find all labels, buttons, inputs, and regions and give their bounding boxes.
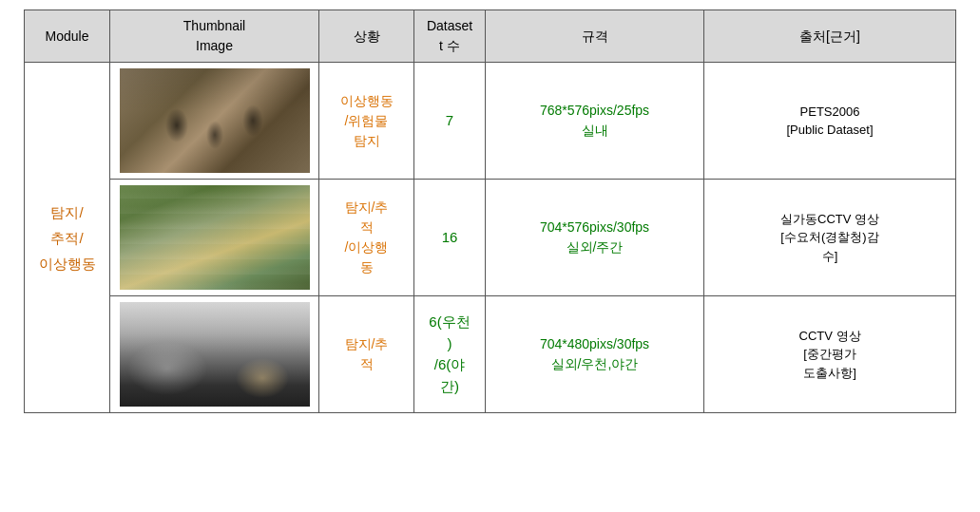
header-thumbnail: Thumbnail Image <box>110 10 319 63</box>
status-line1-r1: 이상행동 <box>340 93 394 108</box>
table-row: 탐지/추 적 /이상행 동 16 704*576pixs/30fps 실외/주간… <box>25 180 956 296</box>
table-row: 탐지/추 적 6(우천 ) /6(야 간) 704*480pixs/30fps … <box>25 296 956 413</box>
header-status: 상황 <box>319 10 414 63</box>
source-line1-r3: CCTV 영상 <box>799 329 861 343</box>
header-module: Module <box>25 10 110 63</box>
thumbnail-image-1 <box>120 68 310 173</box>
header-thumbnail-line2: Image <box>196 38 233 53</box>
status-line2-r3: 적 <box>360 356 374 371</box>
table-row: 탐지/ 추적/ 이상행동 이상행동 /위험물 탐지 7 768*576pixs/… <box>25 63 956 180</box>
source-line3-r2: 수] <box>822 249 838 263</box>
thumbnail-image-2 <box>120 185 310 290</box>
status-line3-r2: /이상행 <box>345 239 389 255</box>
module-cell: 탐지/ 추적/ 이상행동 <box>25 63 110 413</box>
source-cell-2: 실가동CCTV 영상 [수요처(경찰청)감 수] <box>704 180 956 296</box>
status-cell-2: 탐지/추 적 /이상행 동 <box>319 180 414 296</box>
source-line2-r1: [Public Dataset] <box>786 123 873 137</box>
status-line1-r3: 탐지/추 <box>345 336 389 351</box>
header-dataset: Dataset t 수 <box>414 10 486 63</box>
header-status-text: 상황 <box>354 28 380 44</box>
status-cell-3: 탐지/추 적 <box>319 296 414 413</box>
module-line3: 이상행동 <box>39 256 96 272</box>
module-line2: 추적/ <box>50 230 83 246</box>
spec-cell-2: 704*576pixs/30fps 실외/주간 <box>486 180 704 296</box>
dataset-line1-r3: 6(우천 <box>429 313 470 330</box>
dataset-cell-2: 16 <box>414 180 486 296</box>
header-source-text: 출처[근거] <box>799 28 860 44</box>
status-line1-r2: 탐지/추 <box>345 199 389 215</box>
header-dataset-line2: t 수 <box>439 38 460 53</box>
header-dataset-line1: Dataset <box>427 18 472 33</box>
header-spec: 규격 <box>486 10 704 63</box>
thumbnail-cell-2 <box>110 180 319 296</box>
source-line3-r3: 도출사항] <box>803 366 856 380</box>
dataset-cell-1: 7 <box>414 63 486 180</box>
status-cell-1: 이상행동 /위험물 탐지 <box>319 63 414 180</box>
header-module-text: Module <box>46 28 89 44</box>
spec-line1-r2: 704*576pixs/30fps <box>540 219 649 235</box>
thumbnail-cell-3 <box>110 296 319 413</box>
spec-line1-r1: 768*576pixs/25fps <box>540 103 649 118</box>
spec-line2-r1: 실내 <box>582 123 608 138</box>
thumbnail-cell-1 <box>110 63 319 180</box>
source-cell-1: PETS2006 [Public Dataset] <box>704 63 956 180</box>
source-cell-3: CCTV 영상 [중간평가 도출사항] <box>704 296 956 413</box>
dataset-line3-r3: /6(야 <box>434 356 466 372</box>
source-line1-r1: PETS2006 <box>800 104 860 119</box>
dataset-value-1: 7 <box>446 112 453 128</box>
status-line4-r2: 동 <box>360 259 374 275</box>
spec-cell-3: 704*480pixs/30fps 실외/우천,야간 <box>486 296 704 413</box>
module-line1: 탐지/ <box>50 204 83 220</box>
header-source: 출처[근거] <box>704 10 956 63</box>
dataset-line2-r3: ) <box>448 335 452 351</box>
thumbnail-image-3 <box>120 302 310 407</box>
status-line2-r2: 적 <box>360 219 374 235</box>
source-line2-r2: [수요처(경찰청)감 <box>780 230 878 244</box>
header-spec-text: 규격 <box>582 28 608 44</box>
source-line2-r3: [중간평가 <box>803 347 856 361</box>
spec-cell-1: 768*576pixs/25fps 실내 <box>486 63 704 180</box>
dataset-line4-r3: 간) <box>440 378 459 394</box>
spec-line2-r2: 실외/주간 <box>567 239 624 255</box>
spec-line1-r3: 704*480pixs/30fps <box>540 336 649 351</box>
header-thumbnail-line1: Thumbnail <box>183 18 245 33</box>
spec-line2-r3: 실외/우천,야간 <box>551 356 639 371</box>
status-line3-r1: 탐지 <box>354 133 380 148</box>
source-line1-r2: 실가동CCTV 영상 <box>780 212 879 226</box>
dataset-value-2: 16 <box>442 229 458 245</box>
dataset-cell-3: 6(우천 ) /6(야 간) <box>414 296 486 413</box>
status-line2-r1: /위험물 <box>345 113 389 128</box>
